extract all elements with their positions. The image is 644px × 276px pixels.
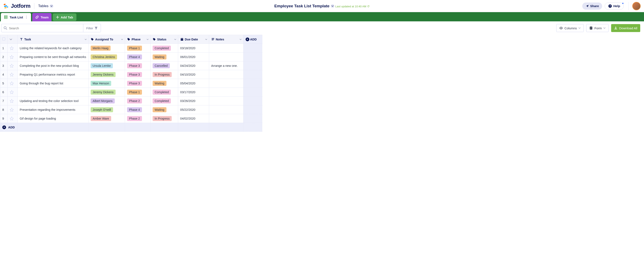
phase-cell[interactable]: Phase 3 xyxy=(125,79,150,88)
table-row[interactable]: 2Preparing content to be sent through ad… xyxy=(0,52,262,61)
task-cell[interactable]: Presentation regarding the improvements xyxy=(18,105,88,114)
status-cell[interactable]: Completed xyxy=(150,88,178,96)
checkbox[interactable] xyxy=(2,38,5,40)
chevron-down-icon[interactable] xyxy=(146,38,149,40)
status-cell[interactable]: In Progress xyxy=(150,70,178,79)
due-date-cell[interactable]: 05/22/2020 xyxy=(178,105,209,114)
select-all-header[interactable] xyxy=(0,35,8,44)
table-row[interactable]: 9Gif design for page loadingAmber WarePh… xyxy=(0,114,262,123)
star-cell[interactable] xyxy=(8,70,18,79)
column-header-status[interactable]: Status xyxy=(150,35,178,44)
task-cell[interactable]: Gif design for page loading xyxy=(18,114,88,123)
row-number[interactable]: 7 xyxy=(0,96,8,105)
download-all-button[interactable]: Download All xyxy=(611,24,640,32)
task-cell[interactable]: Preparing content to be sent through ad … xyxy=(18,52,88,61)
tables-dropdown[interactable]: Tables xyxy=(38,4,54,8)
star-cell[interactable] xyxy=(8,44,18,52)
table-row[interactable]: 8Presentation regarding the improvements… xyxy=(0,105,262,114)
task-cell[interactable]: Listing the related keywords for each ca… xyxy=(18,44,88,52)
notes-cell[interactable]: Arrange a new one. xyxy=(209,61,243,70)
row-number[interactable]: 1 xyxy=(0,44,8,52)
row-number[interactable]: 4 xyxy=(0,70,8,79)
add-column-button[interactable]: +ADD xyxy=(243,35,262,44)
search-input[interactable] xyxy=(2,24,83,32)
table-row[interactable]: 5Going through the bug report listMax He… xyxy=(0,79,262,88)
notes-cell[interactable] xyxy=(209,88,243,96)
task-cell[interactable]: Going through the bug report list xyxy=(18,79,88,88)
table-row[interactable]: 3Completing the post in the new product … xyxy=(0,61,262,70)
status-cell[interactable]: Completed xyxy=(150,44,178,52)
star-cell[interactable] xyxy=(8,114,18,123)
row-number[interactable]: 3 xyxy=(0,61,8,70)
chevron-down-icon[interactable] xyxy=(84,38,87,40)
row-number[interactable]: 5 xyxy=(0,79,8,88)
due-date-cell[interactable]: 06/01/2020 xyxy=(178,52,209,61)
phase-cell[interactable]: Phase 3 xyxy=(125,70,150,79)
tab-team[interactable]: Team xyxy=(32,13,52,21)
due-date-cell[interactable]: 03/26/2020 xyxy=(178,96,209,105)
star-cell[interactable] xyxy=(8,61,18,70)
phase-cell[interactable]: Phase 3 xyxy=(125,61,150,70)
chevron-down-icon[interactable] xyxy=(121,38,123,40)
star-cell[interactable] xyxy=(8,52,18,61)
chevron-down-icon[interactable] xyxy=(240,38,242,40)
column-header-notes[interactable]: Notes xyxy=(209,35,243,44)
add-tab-button[interactable]: Add Tab xyxy=(53,14,76,21)
column-header-due-date[interactable]: Due Date xyxy=(178,35,209,44)
logo[interactable]: Jotform xyxy=(3,3,30,9)
table-row[interactable]: 6Jeremy DickensPhase 1Completed03/17/202… xyxy=(0,88,262,96)
notes-cell[interactable] xyxy=(209,52,243,61)
star-cell[interactable] xyxy=(8,79,18,88)
phase-cell[interactable]: Phase 4 xyxy=(125,105,150,114)
notes-cell[interactable] xyxy=(209,114,243,123)
phase-cell[interactable]: Phase 4 xyxy=(125,52,150,61)
assignee-cell[interactable]: Jeremy Dickens xyxy=(88,88,125,96)
star-cell[interactable] xyxy=(8,105,18,114)
table-row[interactable]: 1Listing the related keywords for each c… xyxy=(0,44,262,52)
star-header[interactable] xyxy=(8,35,18,44)
task-cell[interactable]: Updating and testing the color selection… xyxy=(18,96,88,105)
phase-cell[interactable]: Phase 2 xyxy=(125,114,150,123)
column-header-assigned-to[interactable]: Assigned To xyxy=(88,35,125,44)
assignee-cell[interactable]: Joseph O'neill xyxy=(88,105,125,114)
status-cell[interactable]: Waiting xyxy=(150,79,178,88)
assignee-cell[interactable]: Max Henson xyxy=(88,79,125,88)
notes-cell[interactable] xyxy=(209,105,243,114)
due-date-cell[interactable]: 04/10/2020 xyxy=(178,70,209,79)
share-button[interactable]: Share xyxy=(582,2,602,10)
row-number[interactable]: 9 xyxy=(0,114,8,123)
kebab-icon[interactable]: ⋮ xyxy=(25,15,28,19)
add-row[interactable]: +ADD xyxy=(0,123,262,132)
assignee-cell[interactable]: Albert Morgans xyxy=(88,96,125,105)
due-date-cell[interactable]: 04/02/2020 xyxy=(178,114,209,123)
phase-cell[interactable]: Phase 1 xyxy=(125,44,150,52)
page-title[interactable]: Employee Task List Template xyxy=(274,4,334,8)
notes-cell[interactable] xyxy=(209,96,243,105)
due-date-cell[interactable]: 05/04/2020 xyxy=(178,79,209,88)
table-row[interactable]: 4Preparing Q1 performance metrics report… xyxy=(0,70,262,79)
task-cell[interactable] xyxy=(18,88,88,96)
status-cell[interactable]: Waiting xyxy=(150,105,178,114)
row-number[interactable]: 2 xyxy=(0,52,8,61)
avatar[interactable] xyxy=(632,2,641,10)
notes-cell[interactable] xyxy=(209,70,243,79)
star-cell[interactable] xyxy=(8,96,18,105)
row-number[interactable]: 6 xyxy=(0,88,8,96)
status-cell[interactable]: In Progress xyxy=(150,114,178,123)
form-button[interactable]: Form xyxy=(586,24,608,32)
filter-button[interactable]: Filter xyxy=(83,24,101,32)
phase-cell[interactable]: Phase 2 xyxy=(125,96,150,105)
chevron-down-icon[interactable] xyxy=(205,38,207,40)
tab-task-list[interactable]: Task List ⋮ xyxy=(1,13,31,21)
assignee-cell[interactable]: Merlin Haag xyxy=(88,44,125,52)
status-cell[interactable]: Completed xyxy=(150,96,178,105)
table-row[interactable]: 7Updating and testing the color selectio… xyxy=(0,96,262,105)
assignee-cell[interactable]: Amber Ware xyxy=(88,114,125,123)
task-cell[interactable]: Preparing Q1 performance metrics report xyxy=(18,70,88,79)
due-date-cell[interactable]: 03/18/2020 xyxy=(178,44,209,52)
phase-cell[interactable]: Phase 1 xyxy=(125,88,150,96)
assignee-cell[interactable]: Christina Jenkins xyxy=(88,52,125,61)
task-cell[interactable]: Completing the post in the new product b… xyxy=(18,61,88,70)
help-button[interactable]: ? Help xyxy=(605,2,624,10)
assignee-cell[interactable]: Jeremy Dickens xyxy=(88,70,125,79)
